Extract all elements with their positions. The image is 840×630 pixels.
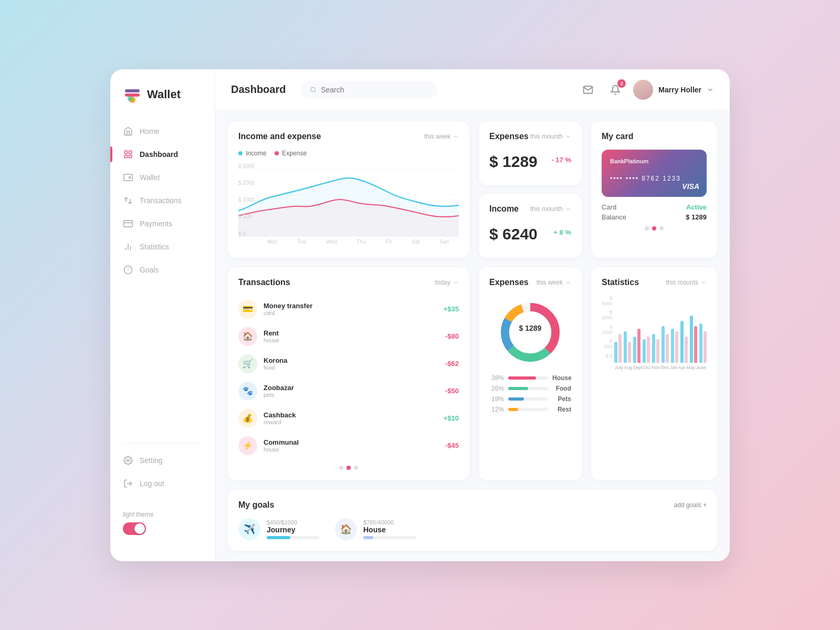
- goal-item-house: 🏠 $765/40000 House: [335, 518, 416, 540]
- transaction-item-4[interactable]: 💰 Cashback reward +$10: [238, 405, 459, 432]
- transaction-amount-0: +$35: [444, 305, 459, 313]
- transactions-chevron-icon: [453, 279, 459, 286]
- goal-amount-journey: $450/$1000: [267, 519, 319, 526]
- line-chart-area: $ 5000 $ 2000 $ 1000 $ 500 $ 0: [238, 163, 459, 247]
- transaction-item-2[interactable]: 🛒 Korona food -$62: [238, 350, 459, 377]
- transaction-item-0[interactable]: 💳 Money transfer card +$35: [238, 296, 459, 323]
- theme-label: light theme: [123, 511, 202, 518]
- transaction-amount-3: -$50: [445, 387, 459, 395]
- transaction-name-5: Communal: [264, 438, 439, 446]
- sidebar-item-payments[interactable]: Payments: [110, 212, 215, 235]
- transactions-card: Transactions today 💳 Money transfer card…: [228, 267, 469, 480]
- wallet-logo-icon: [123, 85, 142, 104]
- bar-blue-8: [690, 316, 693, 363]
- goals-header: My goals add goals +: [238, 500, 707, 510]
- svg-rect-8: [124, 174, 133, 181]
- mail-button[interactable]: [579, 80, 597, 99]
- goal-title-journey: Journey: [267, 526, 319, 534]
- sidebar-item-setting-label: Setting: [140, 456, 163, 465]
- bar-pink-7: [685, 337, 688, 363]
- transaction-item-3[interactable]: 🐾 Zoobazar pets -$50: [238, 377, 459, 405]
- svg-point-3: [128, 96, 133, 101]
- sidebar-bottom: light theme: [110, 500, 215, 545]
- bar-group-9: [699, 323, 707, 363]
- transaction-dots: [238, 466, 459, 470]
- goals-icon: [123, 265, 133, 275]
- svg-rect-4: [124, 151, 127, 153]
- progress-food: 26% Food: [489, 385, 571, 392]
- bank-card-visa: VISA: [682, 182, 699, 191]
- logout-icon: [123, 478, 133, 489]
- transaction-item-1[interactable]: 🏠 Rent house -$80: [238, 323, 459, 350]
- svg-line-20: [314, 91, 316, 92]
- transaction-details-5: Communal house: [264, 438, 439, 453]
- transaction-item-5[interactable]: ⚡ Communal house -$45: [238, 432, 459, 459]
- transaction-amount-4: +$10: [444, 414, 459, 422]
- transactions-filter[interactable]: today: [435, 279, 459, 286]
- search-input[interactable]: [321, 86, 429, 94]
- main-content: Dashboard 2 Marry Holler: [215, 69, 730, 561]
- avatar-image: [633, 80, 653, 100]
- search-icon: [310, 86, 317, 93]
- bar-group-8: [690, 316, 697, 363]
- add-goals-button[interactable]: add goals +: [674, 501, 707, 509]
- svg-rect-7: [129, 155, 132, 158]
- svg-rect-9: [124, 220, 133, 227]
- sidebar-item-wallet-label: Wallet: [140, 173, 160, 182]
- donut-chevron-icon: [565, 279, 571, 286]
- card-status-label: Card: [602, 203, 616, 211]
- setting-icon: [123, 455, 133, 466]
- svg-rect-0: [125, 89, 140, 92]
- sidebar-item-wallet[interactable]: Wallet: [110, 166, 215, 189]
- notifications-button[interactable]: 2: [606, 80, 625, 99]
- statistics-filter[interactable]: this mounts: [666, 279, 707, 286]
- transaction-name-1: Rent: [264, 329, 439, 337]
- statistics-card: Statistics this mounts $ 5000 $ 2000 $ 1…: [591, 267, 717, 480]
- transaction-sub-2: food: [264, 364, 439, 371]
- sidebar-item-setting[interactable]: Setting: [110, 449, 215, 472]
- card-dot-1: [645, 226, 649, 230]
- bar-pink-6: [675, 331, 678, 363]
- summary-col: Expenses this mounth $ 1289 - 17 % Incom…: [479, 121, 582, 258]
- svg-point-17: [127, 459, 130, 461]
- theme-toggle[interactable]: [123, 522, 146, 535]
- sidebar-item-statistics[interactable]: Statistics: [110, 235, 215, 258]
- income-amount-row: $ 6240 + 8 %: [489, 222, 571, 243]
- transaction-icon-4: 💰: [238, 409, 257, 428]
- transaction-name-3: Zoobazar: [264, 384, 439, 392]
- card-status-row: Card Active: [602, 203, 707, 211]
- sidebar-item-goals[interactable]: Goals: [110, 258, 215, 281]
- transaction-amount-1: -$80: [445, 332, 459, 340]
- donut-filter[interactable]: this week: [537, 279, 571, 286]
- sidebar-item-dashboard[interactable]: Dashboard: [110, 143, 215, 166]
- home-icon: [123, 126, 133, 136]
- toggle-knob: [134, 523, 145, 534]
- expenses-filter[interactable]: this mounth: [530, 133, 571, 140]
- statistics-chart-wrap: $ 5000 $ 2000 $ 1000 $ 500 $ 0: [602, 296, 707, 370]
- goal-title-house: House: [363, 526, 416, 534]
- transaction-icon-2: 🛒: [238, 354, 257, 373]
- sidebar-item-statistics-label: Statistics: [140, 243, 169, 251]
- transactions-list: 💳 Money transfer card +$35 🏠 Rent house: [238, 296, 459, 459]
- search-box[interactable]: [301, 81, 438, 98]
- chart-x-labels: MonTueWedThuFriSatSun: [238, 239, 459, 245]
- statistics-bars-container: JulyAugSeptOctNovDecJanAprMayJune: [614, 296, 707, 370]
- income-filter[interactable]: this mounth: [530, 205, 571, 213]
- sidebar-item-logout[interactable]: Log out: [110, 472, 215, 495]
- expense-breakdown: 38% House 26% Food 19%: [489, 374, 571, 413]
- sidebar-item-home[interactable]: Home: [110, 120, 215, 143]
- my-card-card: My card BankPlatinum •••• •••• 8762 1233…: [591, 121, 717, 258]
- transaction-sub-4: reward: [264, 419, 437, 425]
- statistics-title: Statistics: [602, 278, 639, 287]
- income-expense-filter[interactable]: this week: [424, 133, 459, 140]
- income-summary-title: Income: [489, 204, 519, 214]
- bar-pink-5: [666, 334, 669, 363]
- income-summary-card: Income this mounth $ 6240 + 8 %: [479, 194, 582, 258]
- sidebar-item-transactions[interactable]: Transactions: [110, 189, 215, 212]
- svg-rect-6: [124, 155, 127, 158]
- user-info[interactable]: Marry Holler: [633, 80, 714, 100]
- progress-bar-bg-food: [508, 387, 548, 390]
- bar-blue-4: [652, 334, 655, 363]
- transaction-details-1: Rent house: [264, 329, 439, 343]
- goal-bar-fill-house: [363, 536, 373, 539]
